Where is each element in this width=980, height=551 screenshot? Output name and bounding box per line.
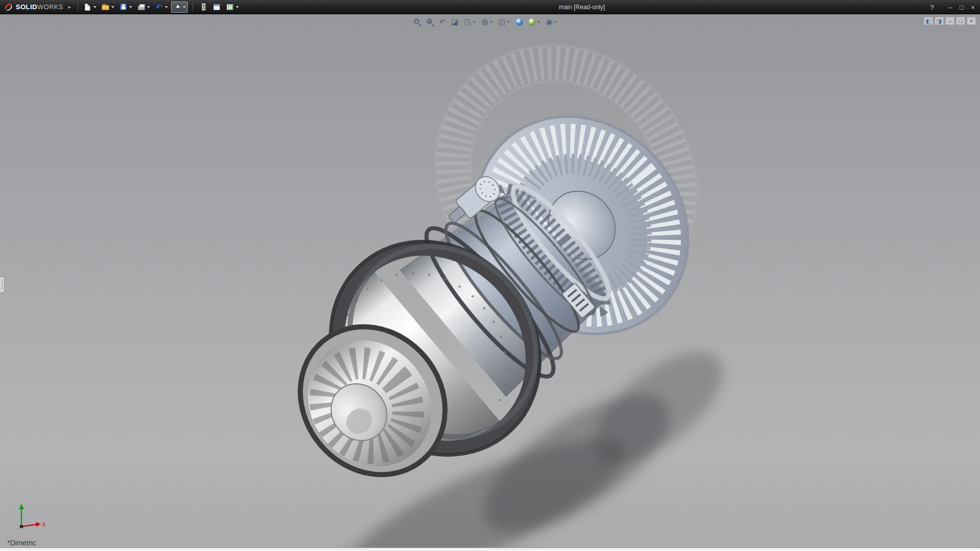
- previous-view-icon: ↶: [439, 18, 446, 26]
- file-properties-button[interactable]: [211, 2, 223, 13]
- view-orientation-cube-icon: ◳: [464, 18, 471, 26]
- select-caret[interactable]: [183, 6, 186, 8]
- undo-button[interactable]: ↶: [153, 2, 170, 13]
- section-view-button[interactable]: ◪: [449, 16, 460, 28]
- previous-view-button[interactable]: ↶: [437, 16, 448, 28]
- status-bar: [0, 547, 980, 551]
- zoom-to-fit-button[interactable]: [411, 16, 423, 28]
- hide-show-items-caret[interactable]: [507, 21, 510, 23]
- toolbar-separator: [192, 3, 193, 11]
- select-cursor-icon: ▲: [173, 3, 181, 11]
- open-icon: [102, 3, 110, 11]
- rebuild-traffic-light-icon: [200, 3, 208, 11]
- hide-show-items-button[interactable]: ◫: [496, 16, 512, 28]
- rebuild-button[interactable]: [198, 2, 210, 13]
- new-document-caret[interactable]: [93, 6, 96, 8]
- document-restore-button[interactable]: □: [956, 17, 965, 25]
- window-controls: ? – □ ×: [927, 0, 978, 14]
- document-title: main [Read-only]: [559, 0, 605, 14]
- view-settings-caret[interactable]: [554, 21, 557, 23]
- options-button[interactable]: [224, 2, 241, 13]
- app-name: SOLIDWORKS: [16, 3, 63, 11]
- zoom-to-area-button[interactable]: [424, 16, 435, 28]
- display-pane-toggle[interactable]: ◨: [935, 17, 944, 25]
- heads-up-view-toolbar: ↶ ◪ ◳ ◍ ◫: [411, 16, 559, 28]
- minimize-button[interactable]: –: [945, 2, 955, 12]
- title-bar: SOLIDWORKS ▸ ↶: [0, 0, 980, 14]
- new-document-icon: [84, 3, 92, 11]
- document-minimize-button[interactable]: –: [945, 17, 954, 25]
- apply-scene-caret[interactable]: [537, 21, 541, 23]
- edit-appearance-button[interactable]: [514, 16, 525, 28]
- graphics-viewport[interactable]: ↶ ◪ ◳ ◍ ◫: [0, 14, 980, 551]
- featuremanager-pane-toggle[interactable]: ◧: [924, 17, 933, 25]
- view-settings-button[interactable]: ◉: [544, 16, 559, 28]
- edit-appearance-sphere-icon: [516, 18, 523, 26]
- save-icon: [119, 3, 128, 11]
- open-caret[interactable]: [111, 6, 114, 8]
- orientation-triad: X: [12, 502, 48, 536]
- view-settings-icon: ◉: [546, 18, 553, 26]
- zoom-to-fit-icon: [414, 19, 419, 24]
- triad-x-label: X: [42, 521, 46, 528]
- undo-caret[interactable]: [165, 6, 168, 8]
- options-caret[interactable]: [236, 6, 239, 8]
- standard-toolbar: ↶ ▲: [82, 2, 241, 13]
- document-window-controls: ◧ ◨ – □ ×: [924, 17, 976, 25]
- select-button[interactable]: ▲: [171, 2, 188, 13]
- hide-show-items-icon: ◫: [498, 18, 505, 26]
- apply-scene-button[interactable]: [527, 16, 543, 28]
- toolbar-separator: [78, 3, 78, 11]
- save-caret[interactable]: [129, 6, 132, 8]
- viewport-canvas[interactable]: [0, 14, 980, 551]
- help-button[interactable]: ?: [927, 2, 937, 12]
- new-document-button[interactable]: [82, 2, 99, 13]
- print-icon: [137, 3, 145, 11]
- app-logo: SOLIDWORKS: [0, 3, 67, 12]
- zoom-to-area-icon: [427, 19, 432, 24]
- solidworks-logo-icon: [4, 3, 13, 12]
- file-properties-icon: [213, 3, 221, 11]
- model-spinner[interactable]: [271, 297, 475, 504]
- section-view-icon: ◪: [451, 18, 458, 26]
- display-style-icon: ◍: [481, 18, 488, 26]
- solidworks-window: SOLIDWORKS ▸ ↶: [0, 0, 980, 551]
- document-close-button[interactable]: ×: [967, 17, 976, 25]
- print-button[interactable]: [135, 2, 152, 13]
- print-caret[interactable]: [147, 6, 150, 8]
- view-orientation-label: *Dimetric: [7, 539, 36, 547]
- view-orientation-caret[interactable]: [473, 21, 476, 23]
- open-button[interactable]: [100, 2, 116, 13]
- view-orientation-button[interactable]: ◳: [462, 16, 478, 28]
- toolbar-expand-arrow[interactable]: ▸: [68, 4, 71, 10]
- close-button[interactable]: ×: [968, 2, 978, 12]
- restore-button[interactable]: □: [957, 2, 967, 12]
- save-button[interactable]: [117, 2, 134, 13]
- apply-scene-sphere-icon: [529, 18, 536, 26]
- panel-splitter-tab[interactable]: [0, 277, 5, 293]
- undo-icon: ↶: [155, 3, 163, 11]
- display-style-caret[interactable]: [489, 21, 493, 23]
- display-style-button[interactable]: ◍: [479, 16, 495, 28]
- options-icon: [226, 3, 234, 11]
